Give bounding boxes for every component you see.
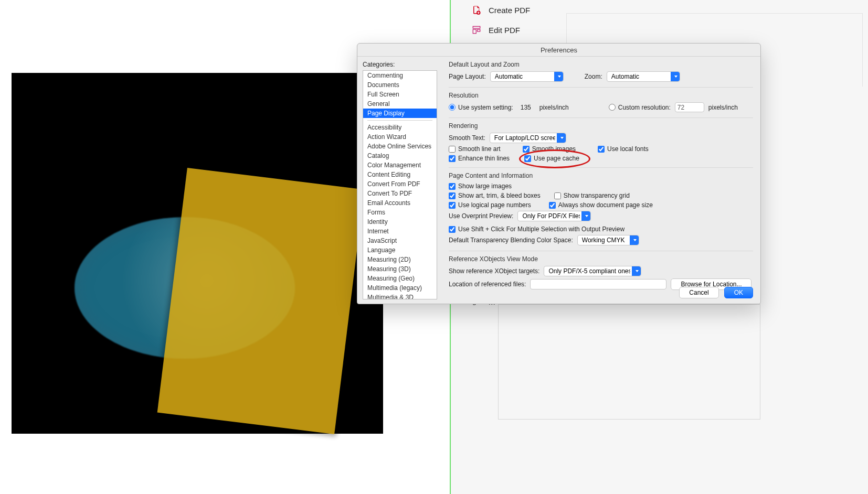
category-item[interactable]: Convert From PDF — [363, 179, 437, 189]
category-item[interactable]: Measuring (3D) — [363, 264, 437, 274]
svg-rect-1 — [473, 26, 480, 28]
always-show-doc-size-checkbox[interactable]: Always show document page size — [549, 201, 653, 209]
preview-panel-placeholder — [498, 304, 760, 420]
overprint-preview-label: Use Overprint Preview: — [449, 212, 513, 220]
custom-resolution-input[interactable] — [675, 102, 704, 112]
cancel-button[interactable]: Cancel — [679, 287, 718, 298]
blend-space-label: Default Transparency Blending Color Spac… — [449, 237, 573, 244]
referenced-files-input[interactable] — [530, 279, 666, 289]
yellow-rect-shape — [157, 168, 365, 434]
section-page-content: Page Content and Information — [449, 172, 753, 179]
category-item[interactable]: Multimedia & 3D — [363, 293, 437, 299]
smooth-line-art-checkbox[interactable]: Smooth line art — [449, 145, 501, 153]
ok-button[interactable]: OK — [724, 287, 753, 298]
category-item[interactable]: Email Accounts — [363, 198, 437, 208]
show-art-trim-bleed-checkbox[interactable]: Show art, trim, & bleed boxes — [449, 192, 541, 199]
section-default-layout: Default Layout and Zoom — [449, 61, 753, 68]
category-item[interactable]: Measuring (2D) — [363, 255, 437, 264]
category-item[interactable]: General — [363, 99, 437, 109]
custom-resolution-radio[interactable]: Custom resolution: — [609, 104, 671, 111]
dialog-title: Preferences — [357, 44, 760, 57]
category-item[interactable]: Multimedia (legacy) — [363, 283, 437, 293]
preferences-dialog: Preferences Categories: Commenting Docum… — [357, 43, 761, 304]
categories-list[interactable]: Commenting Documents Full Screen General… — [363, 70, 437, 299]
category-item[interactable]: Internet — [363, 227, 437, 236]
category-item[interactable]: Catalog — [363, 151, 437, 160]
smooth-images-checkbox[interactable]: Smooth images — [523, 145, 576, 153]
show-large-images-checkbox[interactable]: Show large images — [449, 182, 512, 190]
category-item[interactable]: Content Editing — [363, 170, 437, 179]
category-item[interactable]: Identity — [363, 217, 437, 227]
create-pdf-icon — [472, 5, 481, 15]
category-item[interactable]: Convert To PDF — [363, 189, 437, 198]
category-item[interactable]: JavaScript — [363, 236, 437, 245]
svg-rect-3 — [478, 29, 480, 31]
section-resolution: Resolution — [449, 92, 753, 99]
use-system-resolution-radio[interactable]: Use system setting: — [449, 104, 513, 111]
show-xobject-targets-select[interactable]: Only PDF/X-5 compliant ones — [544, 266, 641, 276]
pdf-preview — [12, 73, 383, 434]
category-item[interactable]: Action Wizard — [363, 132, 437, 142]
smooth-text-select[interactable]: For Laptop/LCD screens — [490, 133, 566, 143]
smooth-text-label: Smooth Text: — [449, 134, 485, 142]
section-rendering: Rendering — [449, 122, 753, 130]
enhance-thin-lines-checkbox[interactable]: Enhance thin lines — [449, 155, 510, 162]
zoom-select[interactable]: Automatic — [607, 71, 680, 82]
shift-click-checkbox[interactable]: Use Shift + Click For Multiple Selection… — [449, 225, 624, 233]
preferences-main-panel: Default Layout and Zoom Page Layout: Aut… — [441, 57, 760, 304]
page-layout-select[interactable]: Automatic — [490, 71, 564, 82]
category-item[interactable]: Commenting — [363, 71, 437, 80]
zoom-label: Zoom: — [585, 73, 602, 80]
tool-label: Edit PDF — [489, 26, 520, 35]
resolution-unit: pixels/inch — [708, 104, 738, 111]
tool-label: Create PDF — [489, 6, 530, 15]
show-xobject-targets-label: Show reference XObject targets: — [449, 267, 539, 275]
categories-label: Categories: — [363, 61, 437, 68]
referenced-files-label: Location of referenced files: — [449, 281, 526, 288]
category-item-selected[interactable]: Page Display — [363, 109, 437, 118]
section-xobjects: Reference XObjects View Mode — [449, 255, 753, 263]
category-item[interactable]: Measuring (Geo) — [363, 274, 437, 283]
system-resolution-value: 135 — [521, 104, 531, 111]
categories-sidebar: Categories: Commenting Documents Full Sc… — [357, 57, 441, 304]
use-logical-page-numbers-checkbox[interactable]: Use logical page numbers — [449, 201, 531, 209]
edit-pdf-icon — [472, 25, 481, 35]
svg-rect-2 — [473, 29, 476, 34]
overprint-preview-select[interactable]: Only For PDF/X Files — [517, 211, 591, 221]
use-local-fonts-checkbox[interactable]: Use local fonts — [598, 145, 649, 153]
show-transparency-grid-checkbox[interactable]: Show transparency grid — [554, 192, 630, 199]
page-layout-label: Page Layout: — [449, 73, 486, 80]
category-item[interactable]: Adobe Online Services — [363, 142, 437, 151]
blend-space-select[interactable]: Working CMYK — [577, 235, 639, 245]
category-item[interactable]: Forms — [363, 208, 437, 217]
category-item[interactable]: Language — [363, 245, 437, 255]
category-item[interactable]: Documents — [363, 80, 437, 90]
resolution-unit: pixels/inch — [539, 104, 569, 111]
category-item[interactable]: Accessibility — [363, 123, 437, 132]
category-item[interactable]: Full Screen — [363, 90, 437, 99]
category-item[interactable]: Color Management — [363, 160, 437, 170]
category-separator — [367, 120, 432, 121]
use-page-cache-checkbox[interactable]: Use page cache — [524, 155, 579, 162]
